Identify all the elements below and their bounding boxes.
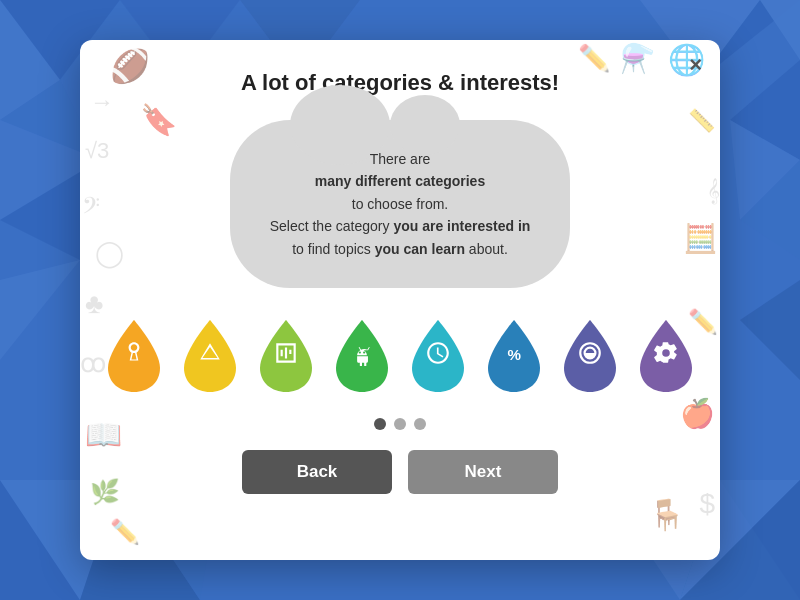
cloud-text: There are many different categories to c…: [270, 148, 531, 260]
pagination: [374, 418, 426, 430]
close-button[interactable]: ×: [689, 54, 702, 76]
droplet-sports[interactable]: [100, 316, 168, 396]
cloud-container: There are many different categories to c…: [230, 120, 571, 288]
droplet-icon-sports: [121, 340, 147, 372]
droplet-icon-finance: %: [501, 340, 527, 372]
droplet-sailing[interactable]: [176, 316, 244, 396]
droplet-icon-charts: [273, 340, 299, 372]
dot-2: [394, 418, 406, 430]
back-button[interactable]: Back: [242, 450, 392, 494]
next-button[interactable]: Next: [408, 450, 558, 494]
modal-title: A lot of categories & interests!: [241, 70, 559, 96]
droplet-technology[interactable]: [632, 316, 700, 396]
droplet-charts[interactable]: [252, 316, 320, 396]
droplet-analytics[interactable]: [556, 316, 624, 396]
svg-text:%: %: [508, 345, 522, 362]
cloud-bubble: There are many different categories to c…: [230, 120, 571, 288]
droplet-finance[interactable]: %: [480, 316, 548, 396]
droplet-icon-sailing: [197, 340, 223, 372]
buttons-row: Back Next: [242, 450, 558, 494]
droplet-icon-business: [425, 340, 451, 372]
droplet-business[interactable]: [404, 316, 472, 396]
droplet-icon-analytics: [577, 340, 603, 372]
dot-3: [414, 418, 426, 430]
droplet-icon-android: [349, 340, 375, 372]
modal: 🏈 → √3 𝄢 ◯ ♣ ꝏ 📖 🌿 ✏️ 🔖 ✏️ ⚗️ 🌐 📏 𝄞 🧮 ✏️…: [80, 40, 720, 560]
dot-1: [374, 418, 386, 430]
droplets-row: %: [100, 316, 700, 396]
droplet-android[interactable]: [328, 316, 396, 396]
droplet-icon-technology: [653, 340, 679, 372]
